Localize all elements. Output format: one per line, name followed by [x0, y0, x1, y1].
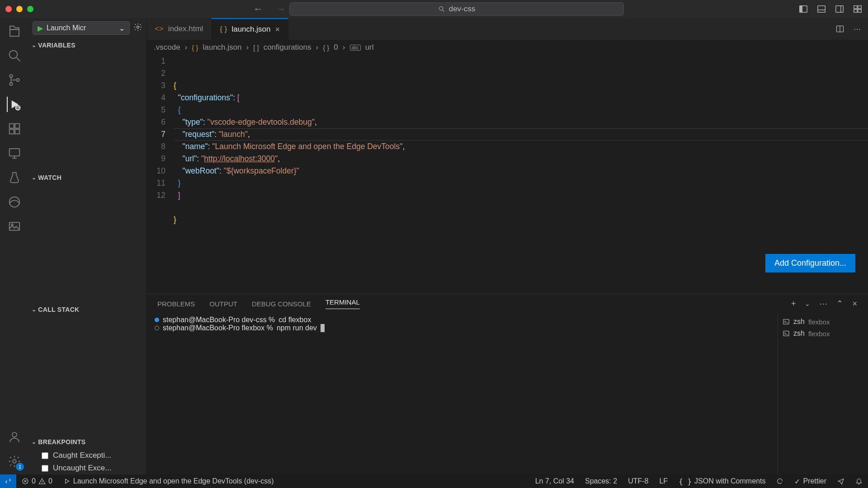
watch-section-header[interactable]: ⌄WATCH — [29, 170, 146, 185]
configure-gear-icon[interactable] — [133, 23, 142, 33]
breakpoint-caught[interactable]: Caught Excepti... — [29, 449, 146, 462]
close-tab-icon[interactable]: × — [275, 25, 280, 34]
svg-rect-12 — [858, 9, 861, 12]
nav-forward-icon: → — [276, 3, 286, 15]
traffic-lights — [5, 6, 33, 12]
command-center[interactable]: dev-css — [289, 2, 624, 16]
tab-terminal[interactable]: TERMINAL — [326, 298, 360, 309]
add-configuration-button[interactable]: Add Configuration... — [765, 254, 855, 272]
line-gutter: 123456789101112 — [146, 55, 174, 294]
toggle-secondary-sidebar-icon[interactable] — [835, 4, 844, 14]
tab-output[interactable]: OUTPUT — [209, 300, 237, 308]
split-editor-icon[interactable] — [835, 24, 844, 33]
maximize-panel-icon[interactable]: ⌃ — [836, 299, 843, 309]
account-icon[interactable] — [7, 429, 22, 445]
new-terminal-icon[interactable]: + — [791, 299, 796, 309]
status-dot-icon — [155, 326, 159, 330]
breakpoints-section-header[interactable]: ⌄BREAKPOINTS — [29, 435, 146, 449]
tab-bar: <> index.html { } launch.json × ⋯ — [146, 18, 868, 40]
terminal-dropdown-icon[interactable]: ⌄ — [805, 300, 810, 307]
close-panel-icon[interactable]: × — [852, 299, 857, 309]
breakpoint-uncaught[interactable]: Uncaught Exce... — [29, 462, 146, 474]
settings-gear-icon[interactable]: 1 — [7, 454, 22, 469]
search-icon — [438, 5, 445, 13]
svg-line-1 — [443, 10, 444, 11]
object-icon: { } — [323, 44, 329, 52]
svg-rect-19 — [9, 124, 14, 128]
variables-section-header[interactable]: ⌄VARIABLES — [29, 38, 146, 52]
run-debug-panel: ▶ Launch Micr ⌄ ⌄VARIABLES ⌄WATCH ⌄CALL … — [29, 18, 146, 474]
status-errors[interactable]: 0 0 — [16, 477, 58, 485]
svg-point-38 — [42, 483, 42, 483]
more-actions-icon[interactable]: ⋯ — [854, 25, 861, 33]
tab-launch-json[interactable]: { } launch.json × — [212, 18, 288, 40]
search-icon[interactable] — [7, 48, 22, 63]
tab-index-html[interactable]: <> index.html — [146, 18, 212, 40]
svg-point-30 — [13, 460, 16, 463]
status-prettier[interactable]: ✓ Prettier — [789, 477, 832, 486]
terminal-output[interactable]: stephan@MacBook-Pro dev-css % cd flexbox… — [146, 313, 778, 474]
status-indent[interactable]: Spaces: 2 — [580, 477, 623, 485]
status-language[interactable]: { } JSON with Comments — [673, 477, 771, 486]
toggle-primary-sidebar-icon[interactable] — [798, 4, 808, 14]
chevron-down-icon: ⌄ — [32, 174, 36, 181]
status-bell-icon[interactable] — [850, 478, 868, 485]
testing-icon[interactable] — [7, 170, 22, 185]
tab-problems[interactable]: PROBLEMS — [157, 300, 195, 308]
more-actions-icon[interactable]: ⋯ — [819, 299, 827, 309]
terminal-item[interactable]: zsh flexbox — [783, 328, 863, 339]
explorer-icon[interactable] — [7, 23, 22, 39]
status-bar: 0 0 Launch Microsoft Edge and open the E… — [0, 474, 868, 488]
tab-debug-console[interactable]: DEBUG CONSOLE — [252, 300, 311, 308]
breadcrumb[interactable]: .vscode› { } launch.json› [ ] configurat… — [146, 40, 868, 55]
svg-rect-7 — [836, 6, 844, 13]
status-sync-icon[interactable] — [771, 478, 789, 485]
svg-line-14 — [17, 58, 20, 61]
terminal-item[interactable]: zsh flexbox — [783, 316, 863, 328]
launch-config-selector[interactable]: ▶ Launch Micr ⌄ — [33, 21, 130, 35]
maximize-window-button[interactable] — [27, 6, 33, 12]
checkbox[interactable] — [42, 465, 48, 472]
run-debug-icon[interactable] — [7, 97, 22, 112]
string-icon: abc — [350, 45, 361, 51]
remote-explorer-icon[interactable] — [7, 145, 22, 161]
status-feedback-icon[interactable] — [832, 478, 850, 485]
array-icon: [ ] — [253, 44, 259, 52]
svg-point-16 — [9, 83, 12, 85]
nav-back-icon[interactable]: ← — [253, 3, 263, 15]
status-launch-config[interactable]: Launch Microsoft Edge and open the Edge … — [58, 477, 279, 485]
minimize-window-button[interactable] — [16, 6, 23, 12]
svg-rect-5 — [818, 6, 826, 13]
svg-rect-27 — [9, 222, 20, 230]
titlebar-layout-icons — [798, 4, 863, 14]
terminal-list: zsh flexbox zsh flexbox — [778, 313, 868, 474]
status-encoding[interactable]: UTF-8 — [623, 477, 654, 485]
source-control-icon[interactable] — [7, 72, 22, 88]
svg-rect-21 — [15, 129, 19, 134]
checkbox[interactable] — [42, 452, 48, 459]
callstack-section-header[interactable]: ⌄CALL STACK — [29, 302, 146, 317]
panel-tabs: PROBLEMS OUTPUT DEBUG CONSOLE TERMINAL +… — [146, 294, 868, 313]
extensions-icon[interactable] — [7, 121, 22, 136]
settings-badge: 1 — [16, 463, 24, 471]
image-preview-icon[interactable] — [7, 219, 22, 234]
toggle-panel-icon[interactable] — [816, 4, 826, 14]
chevron-down-icon: ⌄ — [119, 24, 125, 33]
status-cursor-pos[interactable]: Ln 7, Col 34 — [530, 477, 580, 485]
chevron-down-icon: ⌄ — [32, 42, 36, 48]
edge-tools-icon[interactable] — [7, 194, 22, 210]
close-window-button[interactable] — [5, 6, 12, 12]
remote-indicator[interactable] — [0, 474, 16, 488]
customize-layout-icon[interactable] — [853, 4, 863, 14]
svg-point-15 — [9, 75, 12, 77]
code-content[interactable]: { "configurations": [ { "type": "vscode-… — [174, 55, 868, 294]
html-file-icon: <> — [155, 24, 164, 33]
terminal-cursor — [321, 324, 325, 332]
chevron-down-icon: ⌄ — [32, 306, 36, 313]
bottom-panel: PROBLEMS OUTPUT DEBUG CONSOLE TERMINAL +… — [146, 294, 868, 474]
status-eol[interactable]: LF — [654, 477, 673, 485]
svg-rect-35 — [783, 331, 789, 336]
code-editor[interactable]: 123456789101112 { "configurations": [ { … — [146, 55, 868, 294]
svg-rect-20 — [9, 129, 14, 134]
editor-area: <> index.html { } launch.json × ⋯ .vscod… — [146, 18, 868, 474]
